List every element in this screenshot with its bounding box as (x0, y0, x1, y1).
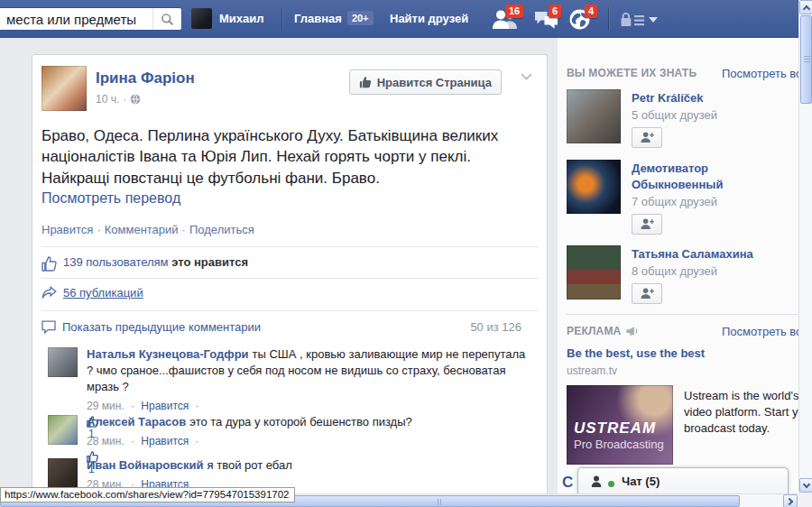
pymk-see-all-link[interactable]: Посмотреть все (722, 67, 808, 80)
commenter-name-link[interactable]: Наталья Кузнецова-Годфри (87, 347, 249, 361)
scroll-down-button[interactable] (799, 478, 812, 493)
pymk-header: ВЫ МОЖЕТЕ ИХ ЗНАТЬ (567, 67, 697, 79)
comment-bubble-icon (42, 320, 56, 334)
share-action-link[interactable]: Поделиться (189, 223, 254, 236)
friend-suggestion: Демотиватор Обыкновенный 7 общих друзей (567, 160, 785, 235)
suggestion-name-link[interactable]: Petr Králíček (632, 90, 785, 106)
divider (42, 278, 538, 279)
post-options-button[interactable] (521, 73, 532, 80)
online-presence-dot (608, 481, 614, 487)
ad-unit: USTREAM Pro Broadcasting Ustream is the … (567, 385, 812, 465)
thumbs-up-icon (359, 76, 372, 88)
partial-link-text: C (562, 474, 573, 492)
post-meta: 10 ч. · (96, 93, 141, 106)
comment-like-link[interactable]: Нравится (141, 435, 189, 447)
add-friend-button[interactable] (632, 283, 662, 304)
add-friend-button[interactable] (632, 214, 662, 235)
like-page-button[interactable]: Нравится Страница (349, 69, 502, 95)
suggestion-photo[interactable] (567, 89, 621, 143)
divider (281, 7, 282, 31)
separator: · (127, 435, 138, 447)
ads-header-label: РЕКЛАМА (567, 325, 621, 337)
scrollbar-corner (798, 493, 812, 507)
separator: · (93, 223, 104, 236)
ad-image-sub-text: Pro Broadcasting (574, 438, 664, 451)
vertical-scrollbar (798, 0, 812, 493)
comment-action-link[interactable]: Комментарий (105, 223, 179, 236)
ad-image-brand-text: USTREAM (574, 419, 656, 438)
likes-count-link[interactable]: 139 пользователям (63, 255, 169, 269)
profile-link[interactable]: Михаил (219, 12, 264, 25)
post-card: Ірина Фаріон 10 ч. · Нравится Страница Б… (32, 54, 548, 494)
ad-image[interactable]: USTREAM Pro Broadcasting (567, 385, 673, 465)
likes-summary-row: 139 пользователям это нравится (42, 254, 538, 270)
suggestion-name-link[interactable]: Татьяна Саламахина (632, 246, 785, 263)
vertical-scrollbar-thumb[interactable] (800, 15, 812, 104)
post-action-links: Нравится·Комментарий·Поделиться (42, 223, 254, 236)
comments-counter: 50 из 126 (470, 320, 521, 334)
likes-suffix: это нравится (171, 255, 248, 269)
post-author-avatar[interactable] (42, 66, 87, 111)
home-label: Главная (294, 12, 342, 25)
top-navigation-bar: Михаил Главная20+ Найти друзей 16 6 4 (0, 0, 812, 38)
ad-domain: ustream.tv (567, 364, 617, 377)
commenter-avatar[interactable] (48, 415, 78, 445)
divider (42, 310, 538, 311)
account-menu-caret[interactable] (649, 17, 658, 23)
thumbs-up-icon (42, 256, 57, 272)
divider (42, 246, 538, 247)
chat-bar[interactable]: Чат (5) (577, 467, 789, 494)
messages-badge[interactable]: 6 (549, 5, 561, 18)
see-translation-link[interactable]: Посмотреть перевод (42, 190, 180, 207)
separator: · (179, 223, 189, 236)
comment-text: это та дура у которой бешенство пизды? (189, 415, 411, 429)
suggestion-name-link[interactable]: Демотиватор Обыкновенный (632, 161, 785, 193)
comments-header-row: Показать предыдущие комментарии 50 из 12… (42, 320, 538, 334)
scroll-right-button[interactable] (783, 494, 798, 507)
shares-count-link[interactable]: 56 публикаций (63, 286, 143, 300)
add-friend-button[interactable] (632, 127, 662, 148)
ad-body-text: Ustream is the world's #1 live video pla… (684, 385, 812, 465)
ads-see-all-link[interactable]: Посмотреть все (722, 325, 808, 338)
search-input[interactable] (0, 12, 152, 27)
like-page-label: Нравится Страница (377, 76, 492, 89)
notifications-badge[interactable]: 4 (585, 5, 597, 18)
chat-label: Чат (5) (622, 475, 660, 488)
commenter-name-link[interactable]: Алексей Тарасов (87, 415, 186, 429)
suggestion-photo[interactable] (567, 245, 621, 300)
privacy-lock-icon (620, 12, 645, 27)
divider (608, 7, 609, 31)
shares-row: 56 публикаций (42, 286, 538, 300)
comment-time: 29 мин. (87, 400, 125, 412)
commenter-avatar[interactable] (48, 458, 78, 488)
post-timestamp[interactable]: 10 ч. (96, 93, 119, 106)
status-bar-url: https://www.facebook.com/shares/view?id=… (0, 487, 295, 502)
ads-header: РЕКЛАМА (567, 325, 639, 337)
comment-like-link[interactable]: Нравится (141, 400, 189, 412)
commenter-name-link[interactable]: Иван Войнаровский (87, 458, 204, 472)
profile-avatar[interactable] (191, 8, 212, 29)
show-previous-comments-link[interactable]: Показать предыдущие комментарии (62, 320, 261, 334)
post-body-text: Браво, Одеса. Перлина українського Духу.… (42, 125, 538, 189)
commenter-avatar[interactable] (48, 347, 78, 377)
scroll-up-button[interactable] (799, 0, 812, 14)
home-link[interactable]: Главная20+ (294, 12, 374, 26)
search-button[interactable] (152, 8, 181, 30)
suggestion-photo[interactable] (567, 160, 621, 214)
chat-person-icon (591, 475, 604, 488)
home-badge: 20+ (347, 11, 374, 25)
privacy-public-icon (130, 94, 141, 105)
separator: · (192, 435, 203, 447)
find-friends-link[interactable]: Найти друзей (390, 12, 468, 25)
mutual-friends-count: 5 общих друзей (632, 106, 785, 124)
like-action-link[interactable]: Нравится (42, 223, 93, 236)
friend-suggestion: Татьяна Саламахина 8 общих друзей (567, 245, 785, 304)
privacy-shortcuts-button[interactable] (620, 12, 645, 27)
post-author-link[interactable]: Ірина Фаріон (96, 69, 195, 88)
megaphone-icon (625, 326, 639, 336)
share-arrow-icon (42, 286, 57, 300)
right-sidebar: ВЫ МОЖЕТЕ ИХ ЗНАТЬ Посмотреть все Petr K… (558, 38, 812, 494)
ad-title-link[interactable]: Be the best, use the best (567, 346, 705, 360)
search-box (0, 7, 182, 31)
friend-requests-badge[interactable]: 16 (505, 5, 523, 18)
